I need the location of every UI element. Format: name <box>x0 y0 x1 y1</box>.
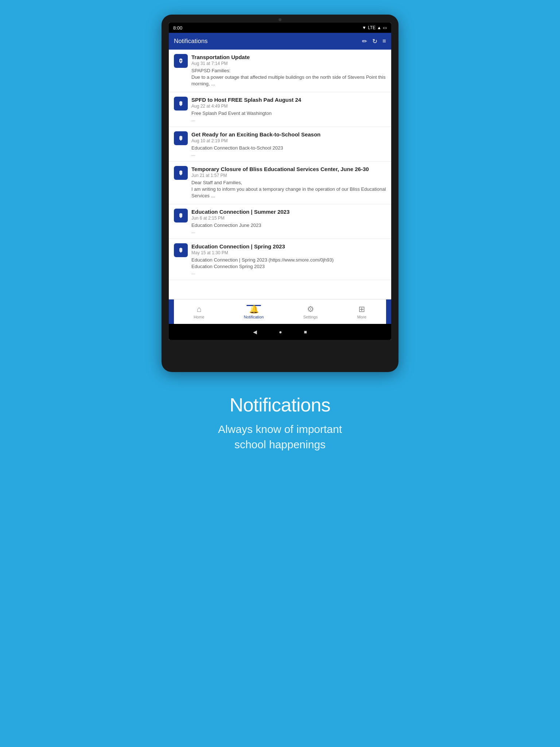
notification-time: Jun 6 at 2:15 PM <box>191 216 386 221</box>
app-header: Notifications ✏ ↻ ≡ <box>169 33 391 50</box>
nav-left-accent <box>169 299 174 324</box>
notification-content: Education Connection | Summer 2023 Jun 6… <box>191 209 386 234</box>
home-icon: ⌂ <box>197 305 201 314</box>
wifi-icon: ▼ <box>362 25 366 30</box>
notification-ellipsis: ... <box>191 117 386 122</box>
refresh-icon[interactable]: ↻ <box>372 38 377 45</box>
notification-app-icon <box>174 209 188 222</box>
tablet-screen: 8:00 ▼ LTE ▲ ▭ Notifications ✏ ↻ ≡ <box>169 23 391 340</box>
notification-title: Get Ready for an Exciting Back-to-School… <box>191 131 386 138</box>
notification-title: SPFD to Host FREE Splash Pad August 24 <box>191 97 386 103</box>
nav-item-settings[interactable]: ⚙ Settings <box>300 302 322 321</box>
notification-ellipsis: ... <box>191 270 386 275</box>
notification-body: Education Connection Back-to-School 2023 <box>191 145 386 151</box>
notification-item[interactable]: Education Connection | Summer 2023 Jun 6… <box>169 204 391 239</box>
more-icon: ⊞ <box>358 305 365 314</box>
notification-title: Temporary Closure of Bliss Educational S… <box>191 166 386 172</box>
notification-app-icon <box>174 243 188 257</box>
notification-body: Free Splash Pad Event at Washington <box>191 110 386 117</box>
edit-icon[interactable]: ✏ <box>362 38 367 45</box>
notification-content: Education Connection | Spring 2023 May 1… <box>191 243 386 275</box>
back-button[interactable]: ◀ <box>253 329 257 335</box>
notification-body: SPAPSD Families: Due to a power outage t… <box>191 67 386 88</box>
nav-label-more: More <box>357 315 366 319</box>
notification-content: SPFD to Host FREE Splash Pad August 24 A… <box>191 97 386 122</box>
notification-app-icon <box>174 97 188 111</box>
notification-time: Aug 31 at 7:14 PM <box>191 61 386 66</box>
notification-time: Aug 10 at 2:19 PM <box>191 138 386 143</box>
bottom-section: Notifications Always know of importantsc… <box>218 394 342 452</box>
notification-item[interactable]: SPFD to Host FREE Splash Pad August 24 A… <box>169 92 391 127</box>
notification-body: Education Connection | Spring 2023 (http… <box>191 257 386 270</box>
notification-title: Transportation Update <box>191 54 386 60</box>
notification-body: Dear Staff and Families, I am writing to… <box>191 179 386 200</box>
battery-icon: ▭ <box>383 25 387 30</box>
nav-label-home: Home <box>194 315 204 319</box>
notification-item[interactable]: Get Ready for an Exciting Back-to-School… <box>169 127 391 162</box>
notification-time: May 15 at 1:30 PM <box>191 250 386 255</box>
promo-subtitle: Always know of importantschool happening… <box>218 422 342 452</box>
lte-label: LTE <box>368 25 376 30</box>
filter-icon[interactable]: ≡ <box>382 38 386 45</box>
nav-item-more[interactable]: ⊞ More <box>354 302 370 321</box>
notification-body: Education Connection June 2023 <box>191 222 386 229</box>
notification-content: Transportation Update Aug 31 at 7:14 PM … <box>191 54 386 88</box>
notification-title: Education Connection | Summer 2023 <box>191 209 386 215</box>
nav-label-settings: Settings <box>303 315 318 319</box>
notification-app-icon <box>174 54 188 68</box>
tablet-camera <box>279 18 281 21</box>
notification-app-icon <box>174 166 188 180</box>
notification-ellipsis: ... <box>191 151 386 157</box>
notification-time: Aug 22 at 4:49 PM <box>191 104 386 109</box>
recents-button[interactable]: ■ <box>304 329 307 335</box>
header-title: Notifications <box>174 38 208 45</box>
notifications-list: Transportation Update Aug 31 at 7:14 PM … <box>169 50 391 299</box>
nav-item-notification[interactable]: 🔔 Notification <box>240 302 267 321</box>
notification-item[interactable]: Education Connection | Spring 2023 May 1… <box>169 239 391 280</box>
nav-right-accent <box>386 299 391 324</box>
signal-icon: ▲ <box>377 25 381 30</box>
settings-icon: ⚙ <box>307 305 314 314</box>
tablet-shell: 8:00 ▼ LTE ▲ ▭ Notifications ✏ ↻ ≡ <box>162 15 398 372</box>
notification-ellipsis: ... <box>191 229 386 234</box>
promo-title: Notifications <box>230 394 331 416</box>
nav-item-home[interactable]: ⌂ Home <box>190 302 208 321</box>
notification-item[interactable]: Temporary Closure of Bliss Educational S… <box>169 162 391 204</box>
notification-app-icon <box>174 131 188 145</box>
notification-time: Jun 21 at 1:57 PM <box>191 173 386 178</box>
status-indicators: ▼ LTE ▲ ▭ <box>362 25 387 30</box>
notification-title: Education Connection | Spring 2023 <box>191 243 386 249</box>
home-button[interactable]: ● <box>279 329 282 335</box>
notification-item[interactable]: Transportation Update Aug 31 at 7:14 PM … <box>169 50 391 92</box>
notification-content: Get Ready for an Exciting Back-to-School… <box>191 131 386 157</box>
header-icons: ✏ ↻ ≡ <box>362 38 386 45</box>
notification-icon: 🔔 <box>249 305 259 314</box>
status-time: 8:00 <box>173 25 182 31</box>
nav-items: ⌂ Home 🔔 Notification ⚙ Settings ⊞ More <box>169 302 391 321</box>
android-nav: ◀ ● ■ <box>169 324 391 340</box>
nav-label-notification: Notification <box>244 315 264 319</box>
bottom-nav: ⌂ Home 🔔 Notification ⚙ Settings ⊞ More <box>169 299 391 324</box>
notification-content: Temporary Closure of Bliss Educational S… <box>191 166 386 200</box>
status-bar: 8:00 ▼ LTE ▲ ▭ <box>169 23 391 33</box>
